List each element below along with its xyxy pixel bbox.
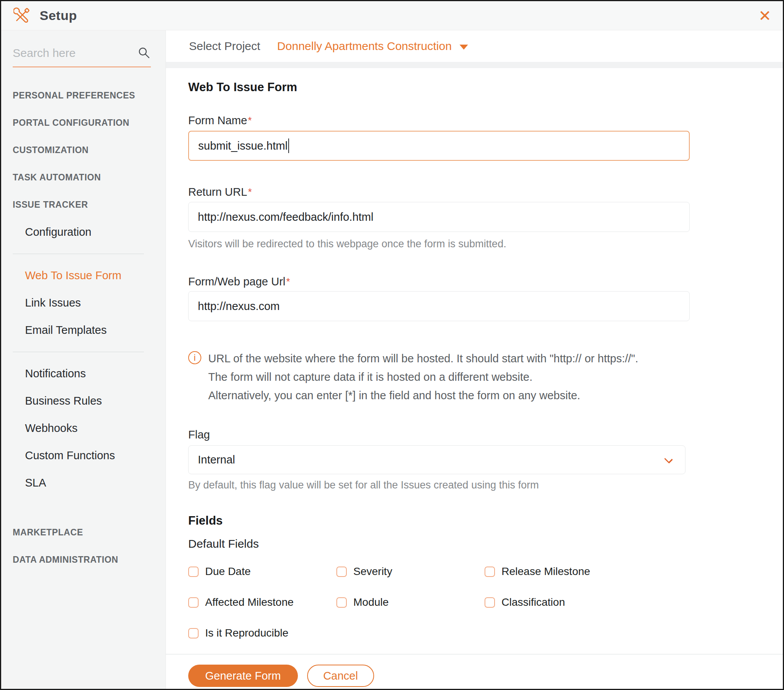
- sidebar-search: [13, 40, 151, 67]
- main-area: Select Project Donnelly Apartments Const…: [166, 30, 783, 689]
- checkbox-severity[interactable]: Severity: [336, 565, 485, 578]
- project-selector[interactable]: Donnelly Apartments Construction: [277, 40, 468, 53]
- setup-window: Setup ✕ PERSONAL PREFERENCES PORTAL CONF…: [0, 0, 784, 690]
- checkbox-classification[interactable]: Classification: [485, 596, 633, 608]
- sidebar-item-webhooks[interactable]: Webhooks: [1, 415, 165, 442]
- sidebar-item-link-issues[interactable]: Link Issues: [1, 289, 165, 317]
- checkbox-label: Classification: [501, 596, 565, 608]
- checkbox-module[interactable]: Module: [336, 596, 485, 608]
- form-title: Web To Issue Form: [188, 81, 690, 94]
- required-asterisk: *: [248, 115, 252, 126]
- sidebar-item-issue-tracker[interactable]: ISSUE TRACKER: [1, 191, 165, 218]
- generate-form-button[interactable]: Generate Form: [188, 665, 298, 687]
- cancel-button[interactable]: Cancel: [307, 665, 374, 687]
- setup-tools-icon: [13, 7, 30, 24]
- info-line: URL of the website where the form will b…: [208, 349, 638, 368]
- checkbox-is-it-reproducible[interactable]: Is it Reproducible: [188, 627, 336, 639]
- checkbox-icon[interactable]: [336, 597, 347, 608]
- checkbox-label: Module: [353, 596, 389, 608]
- sidebar-item-custom-functions[interactable]: Custom Functions: [1, 442, 165, 469]
- checkbox-icon[interactable]: [188, 567, 199, 577]
- sidebar-item-configuration[interactable]: Configuration: [1, 218, 165, 246]
- info-line: The form will not capture data if it is …: [208, 368, 638, 386]
- flag-select-value: Internal: [198, 453, 235, 466]
- return-url-input[interactable]: http://nexus.com/feedback/info.html: [188, 202, 690, 232]
- sidebar-item-marketplace[interactable]: MARKETPLACE: [1, 519, 165, 546]
- chevron-down-icon: [664, 455, 673, 464]
- checkbox-release-milestone[interactable]: Release Milestone: [485, 565, 633, 578]
- search-icon[interactable]: [138, 47, 150, 59]
- page-title: Setup: [40, 8, 77, 23]
- select-project-label: Select Project: [189, 40, 260, 53]
- page-url-label: Form/Web page Url*: [188, 276, 690, 287]
- checkbox-due-date[interactable]: Due Date: [188, 565, 336, 578]
- form-name-input[interactable]: submit_issue.html: [188, 131, 690, 161]
- flag-help: By default, this flag value will be set …: [188, 480, 690, 490]
- sidebar-item-notifications[interactable]: Notifications: [1, 360, 165, 387]
- page-url-input[interactable]: http://nexus.com: [188, 291, 690, 321]
- footer-divider: [166, 654, 783, 655]
- checkbox-icon[interactable]: [188, 628, 199, 638]
- flag-select[interactable]: Internal: [188, 445, 685, 474]
- sidebar-item-portal-configuration[interactable]: PORTAL CONFIGURATION: [1, 109, 165, 137]
- sidebar-item-personal-preferences[interactable]: PERSONAL PREFERENCES: [1, 82, 165, 109]
- default-fields-subtitle: Default Fields: [188, 538, 690, 550]
- checkbox-label: Affected Milestone: [205, 596, 294, 608]
- return-url-label: Return URL*: [188, 186, 690, 198]
- sidebar-item-email-templates[interactable]: Email Templates: [1, 317, 165, 344]
- sidebar-item-customization[interactable]: CUSTOMIZATION: [1, 137, 165, 164]
- checkbox-affected-milestone[interactable]: Affected Milestone: [188, 596, 336, 608]
- sidebar-divider: [13, 352, 144, 352]
- sidebar: PERSONAL PREFERENCES PORTAL CONFIGURATIO…: [1, 30, 166, 689]
- form-actions: Generate Form Cancel: [188, 665, 690, 687]
- return-url-value: http://nexus.com/feedback/info.html: [198, 211, 373, 223]
- checkbox-label: Is it Reproducible: [205, 627, 288, 639]
- sidebar-divider: [13, 253, 144, 254]
- checkbox-label: Due Date: [205, 565, 251, 578]
- info-line: Alternatively, you can enter [*] in the …: [208, 386, 638, 405]
- sidebar-item-data-administration[interactable]: DATA ADMINISTRATION: [1, 546, 165, 573]
- checkbox-icon[interactable]: [336, 567, 347, 577]
- checkbox-icon[interactable]: [485, 597, 495, 608]
- project-selector-value: Donnelly Apartments Construction: [277, 40, 452, 53]
- project-bar: Select Project Donnelly Apartments Const…: [166, 30, 783, 62]
- form-name-value: submit_issue.html: [198, 140, 288, 152]
- caret-down-icon: [460, 45, 468, 50]
- checkbox-icon[interactable]: [485, 567, 495, 577]
- text-cursor: [288, 138, 289, 153]
- checkbox-label: Release Milestone: [501, 565, 590, 578]
- form-name-label: Form Name*: [188, 115, 690, 126]
- sidebar-item-web-to-issue-form[interactable]: Web To Issue Form: [1, 262, 165, 289]
- checkbox-icon[interactable]: [188, 597, 199, 608]
- default-fields-grid: Due Date Severity Release Milestone Affe…: [188, 565, 690, 639]
- page-url-value: http://nexus.com: [198, 300, 280, 313]
- info-note: i URL of the website where the form will…: [188, 349, 690, 405]
- search-input[interactable]: [13, 47, 128, 60]
- sidebar-item-business-rules[interactable]: Business Rules: [1, 387, 165, 415]
- sidebar-item-sla[interactable]: SLA: [1, 469, 165, 497]
- web-to-issue-form-panel: Web To Issue Form Form Name* submit_issu…: [166, 68, 783, 689]
- required-asterisk: *: [286, 276, 290, 287]
- sidebar-nav: PERSONAL PREFERENCES PORTAL CONFIGURATIO…: [1, 82, 165, 573]
- info-note-text: URL of the website where the form will b…: [208, 349, 638, 405]
- checkbox-label: Severity: [353, 565, 392, 578]
- flag-label: Flag: [188, 429, 690, 440]
- required-asterisk: *: [248, 186, 252, 198]
- info-icon: i: [188, 351, 201, 364]
- close-icon[interactable]: ✕: [758, 8, 771, 23]
- top-bar: Setup ✕: [1, 1, 783, 30]
- sidebar-item-task-automation[interactable]: TASK AUTOMATION: [1, 164, 165, 191]
- fields-section-title: Fields: [188, 515, 690, 527]
- return-url-help: Visitors will be redirected to this webp…: [188, 238, 690, 249]
